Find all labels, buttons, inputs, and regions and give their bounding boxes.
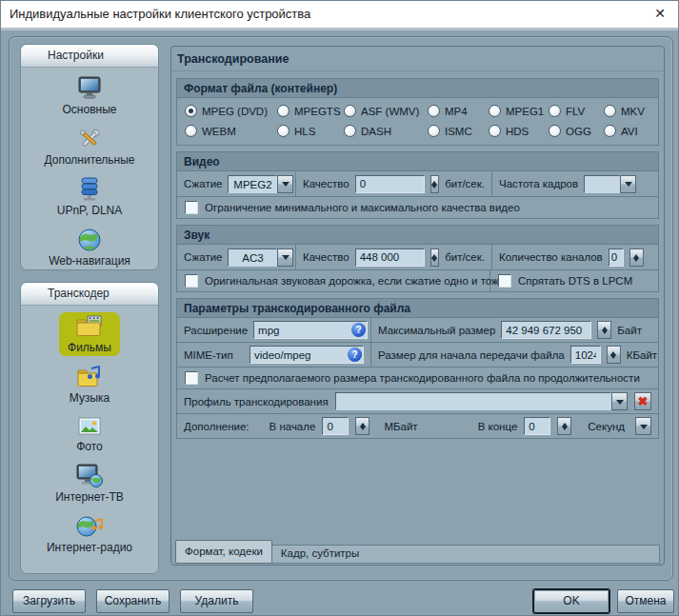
- end-spinner[interactable]: [557, 417, 571, 435]
- internet-radio-icon: [75, 514, 104, 539]
- sidebar-item-movies[interactable]: Фильмы: [59, 312, 120, 356]
- start-size-input[interactable]: [570, 346, 601, 364]
- profile-combobox[interactable]: [335, 392, 628, 410]
- sidebar-item-web-navigation[interactable]: Web-навигация: [40, 226, 139, 269]
- radio-dash[interactable]: DASH: [344, 125, 428, 137]
- chevron-down-icon[interactable]: [277, 175, 293, 193]
- chevron-down-icon[interactable]: [620, 175, 636, 193]
- tab-format-codecs[interactable]: Формат, кодеки: [175, 540, 272, 564]
- video-quality-spinner[interactable]: [430, 175, 440, 193]
- checkbox-icon[interactable]: [498, 274, 511, 288]
- audio-quality-cell: Качество бит/сек.: [296, 245, 492, 269]
- sidebar-item-internet-tv[interactable]: Интернет-ТВ: [47, 462, 132, 506]
- params-section: Параметры транскодированного файла Расши…: [176, 298, 659, 439]
- audio-compression-combobox[interactable]: AC3: [228, 248, 293, 267]
- radio-mp4[interactable]: MP4: [428, 105, 489, 117]
- radio-label: OGG: [566, 126, 591, 137]
- video-framerate-cell: Частота кадров: [492, 171, 658, 196]
- radio-avi[interactable]: AVI: [604, 125, 658, 137]
- spin-up-icon: [633, 251, 639, 258]
- audio-original-checkbox-group[interactable]: Оригинальная звуковая дорожка, если сжат…: [177, 270, 490, 291]
- spin-down-icon: [610, 355, 616, 362]
- spin-down-icon: [602, 330, 608, 337]
- sidebar-item-music[interactable]: Музыка: [61, 363, 118, 407]
- estimate-checkbox-group[interactable]: Расчет предполагаемого размера транскоди…: [185, 368, 640, 388]
- radio-label: WEBM: [202, 126, 236, 137]
- chevron-down-icon[interactable]: [277, 248, 293, 267]
- close-icon[interactable]: ✕: [651, 6, 669, 21]
- audio-channels-input[interactable]: [609, 248, 624, 267]
- radio-mpeg1[interactable]: MPEG1: [489, 105, 549, 117]
- audio-checkbox-row: Оригинальная звуковая дорожка, если сжат…: [177, 270, 658, 291]
- radio-mkv[interactable]: MKV: [604, 105, 658, 117]
- profile-value: [335, 392, 611, 410]
- video-framerate-combobox[interactable]: [584, 175, 636, 193]
- help-icon[interactable]: ?: [348, 348, 362, 362]
- max-size-input[interactable]: [501, 321, 591, 339]
- extension-field-wrap: ?: [253, 321, 368, 340]
- radio-webm[interactable]: WEBM: [185, 125, 277, 137]
- sidebar-item-upnp-dlna[interactable]: UPnP, DLNA: [49, 175, 130, 219]
- radio-hls[interactable]: HLS: [277, 125, 344, 137]
- sidebar-item-internet-radio[interactable]: Интернет-радио: [38, 512, 141, 556]
- radio-mpegts[interactable]: MPEGTS: [277, 105, 344, 117]
- start-size-spinner[interactable]: [607, 346, 621, 364]
- tools-icon: [76, 127, 103, 151]
- video-compression-combobox[interactable]: MPEG2: [228, 175, 293, 193]
- radio-hds[interactable]: HDS: [489, 125, 549, 137]
- radio-flv[interactable]: FLV: [549, 105, 604, 117]
- video-quality-input[interactable]: [355, 175, 425, 193]
- video-section: Видео Сжатие MPEG2 Качество бит/сек.: [176, 151, 659, 219]
- save-button[interactable]: Сохранить: [96, 589, 170, 613]
- radio-asf-wmv[interactable]: ASF (WMV): [344, 105, 428, 117]
- spin-up-icon: [431, 178, 437, 185]
- audio-quality-input[interactable]: [355, 248, 425, 267]
- params-row-1: Расширение ? Максимальный размер Байт: [177, 318, 658, 343]
- checkbox-icon[interactable]: [185, 371, 198, 385]
- load-button[interactable]: Загрузить: [12, 589, 86, 613]
- radio-label: DASH: [361, 126, 391, 137]
- seconds-combobox[interactable]: [635, 417, 651, 435]
- audio-channels-spinner[interactable]: [629, 248, 644, 267]
- end-input[interactable]: [524, 417, 550, 435]
- radio-icon: [428, 105, 440, 117]
- cancel-button[interactable]: Отмена: [617, 589, 674, 613]
- help-icon[interactable]: ?: [351, 323, 366, 337]
- checkbox-icon[interactable]: [185, 201, 198, 214]
- clear-profile-button[interactable]: ✖: [634, 392, 651, 410]
- audio-dts-checkbox-group[interactable]: Спрятать DTS в LPCM: [490, 270, 632, 291]
- transcoding-panel: Транскодирование Формат файла (контейнер…: [170, 46, 665, 566]
- sidebar-item-advanced[interactable]: Дополнительные: [36, 125, 144, 169]
- extension-input[interactable]: [253, 321, 368, 339]
- sidebar-item-label: Дополнительные: [45, 153, 135, 167]
- monitor-icon: [76, 76, 103, 101]
- sidebar-item-photo[interactable]: Фото: [68, 413, 111, 455]
- radio-icon: [428, 125, 440, 137]
- ok-button[interactable]: OK: [533, 589, 609, 613]
- audio-channels-cell: Количество каналов: [492, 245, 658, 269]
- chevron-down-icon[interactable]: [611, 392, 628, 410]
- radio-icon: [277, 105, 290, 117]
- radio-ogg[interactable]: OGG: [549, 125, 604, 137]
- begin-spinner[interactable]: [355, 417, 369, 435]
- sidebar-item-basic[interactable]: Основные: [54, 74, 126, 118]
- extension-label: Расширение: [184, 325, 248, 336]
- radio-mpeg-dvd[interactable]: MPEG (DVD): [185, 105, 277, 117]
- video-limit-checkbox-group[interactable]: Ограничение минимального и максимального…: [185, 197, 520, 218]
- delete-button[interactable]: Удалить: [180, 589, 253, 613]
- params-row-2: MIME-тип ? Размер для начала передачи фа…: [177, 343, 658, 368]
- radio-label: MKV: [621, 106, 645, 117]
- audio-quality-label: Качество: [303, 251, 349, 263]
- checkbox-icon[interactable]: [185, 274, 198, 288]
- radio-icon: [549, 105, 561, 117]
- radio-label: MPEG1: [506, 106, 544, 117]
- begin-input[interactable]: [322, 417, 349, 435]
- max-size-spinner[interactable]: [597, 321, 611, 339]
- audio-quality-spinner[interactable]: [430, 248, 440, 267]
- mime-input[interactable]: [250, 346, 364, 364]
- spin-up-icon: [360, 420, 366, 427]
- movies-folder-icon: [75, 314, 104, 339]
- radio-ismc[interactable]: ISMC: [428, 125, 489, 137]
- sidebar-item-label: Фото: [76, 440, 103, 453]
- tab-frame-subtitles[interactable]: Кадр, субтитры: [272, 545, 368, 563]
